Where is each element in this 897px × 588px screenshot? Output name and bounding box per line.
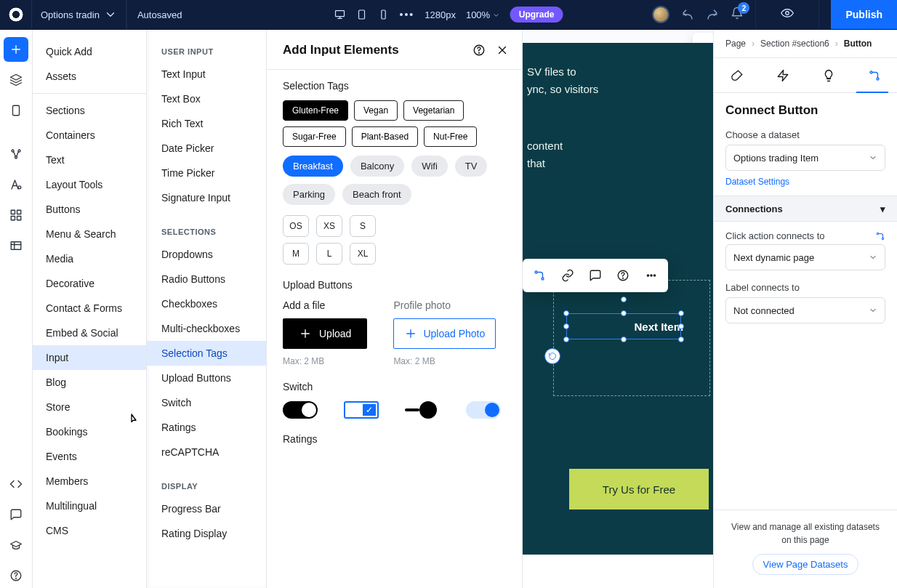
tab-interactions[interactable]: [768, 69, 798, 82]
tag-option[interactable]: Plant-Based: [352, 126, 418, 147]
section-text-input[interactable]: Text Input: [147, 62, 266, 86]
section-signature-input[interactable]: Signature Input: [147, 185, 266, 210]
tag-option[interactable]: Balcony: [350, 156, 404, 177]
category-containers[interactable]: Containers: [33, 123, 146, 148]
connections-accordion[interactable]: Connections ▾: [714, 196, 897, 222]
rail-comments-button[interactable]: [4, 502, 28, 527]
site-switcher[interactable]: Options tradin: [32, 0, 126, 29]
breadcrumb-item[interactable]: Page: [725, 39, 746, 49]
data-connect-icon[interactable]: [875, 231, 885, 241]
category-members[interactable]: Members: [33, 469, 146, 494]
resize-handle[interactable]: [621, 297, 627, 302]
category-embed-social[interactable]: Embed & Social: [33, 321, 146, 345]
category-layout-tools[interactable]: Layout Tools: [33, 172, 146, 197]
switch-variant[interactable]: [466, 401, 501, 419]
close-icon[interactable]: [496, 44, 509, 57]
cta-button[interactable]: Try Us for Free: [569, 469, 709, 510]
label-connects-select[interactable]: Not connected: [725, 297, 885, 323]
toolbar-comment-button[interactable]: [583, 263, 608, 288]
resize-handle[interactable]: [563, 310, 569, 316]
category-text[interactable]: Text: [33, 148, 146, 172]
switch-variant[interactable]: [283, 401, 318, 419]
section-selection-tags[interactable]: Selection Tags: [147, 341, 266, 366]
category-blog[interactable]: Blog: [33, 370, 146, 395]
click-action-select[interactable]: Next dynamic page: [725, 244, 885, 270]
tab-seo[interactable]: [813, 69, 844, 82]
resize-handle[interactable]: [678, 323, 684, 329]
section-dropdowns[interactable]: Dropdowns: [147, 242, 266, 267]
canvas-section[interactable]: SV files to ync, so visitors content tha…: [523, 43, 713, 409]
tag-option[interactable]: Nut-Free: [424, 126, 477, 147]
section-text-box[interactable]: Text Box: [147, 86, 266, 111]
toolbar-more-button[interactable]: [639, 263, 664, 288]
resize-handle[interactable]: [621, 310, 627, 316]
section-ratings[interactable]: Ratings: [147, 415, 266, 440]
undo-icon[interactable]: [681, 8, 694, 21]
tag-option[interactable]: Breakfast: [283, 156, 343, 177]
dataset-select[interactable]: Options trading Item: [725, 145, 885, 171]
category-assets[interactable]: Assets: [33, 64, 146, 89]
rail-layers-button[interactable]: [4, 68, 28, 92]
selection-box[interactable]: Next Item: [566, 313, 681, 339]
breadcrumb-item[interactable]: Section #section6: [760, 39, 829, 49]
category-buttons[interactable]: Buttons: [33, 197, 146, 222]
canvas-width[interactable]: 1280px: [425, 9, 456, 20]
notifications-button[interactable]: 2: [731, 7, 744, 23]
upload-button[interactable]: Upload: [283, 318, 367, 349]
rail-pages-button[interactable]: [4, 98, 28, 123]
resize-handle[interactable]: [563, 337, 569, 342]
breadcrumb-item[interactable]: Button: [844, 39, 872, 49]
category-contact-forms[interactable]: Contact & Forms: [33, 296, 146, 321]
switch-variant[interactable]: [405, 401, 440, 419]
section-progress-bar[interactable]: Progress Bar: [147, 496, 266, 521]
tag-option[interactable]: Vegan: [354, 100, 398, 121]
avatar[interactable]: [652, 6, 669, 23]
section-upload-buttons[interactable]: Upload Buttons: [147, 366, 266, 390]
section-switch[interactable]: Switch: [147, 390, 266, 415]
category-sections[interactable]: Sections: [33, 98, 146, 123]
editor-canvas[interactable]: SV files to ync, so visitors content tha…: [523, 30, 713, 588]
publish-button[interactable]: Publish: [831, 0, 897, 29]
tag-option[interactable]: Parking: [283, 184, 335, 205]
toolbar-connect-data-button[interactable]: [527, 263, 552, 288]
toolbar-help-button[interactable]: [611, 263, 635, 288]
app-logo[interactable]: [0, 0, 32, 29]
category-decorative[interactable]: Decorative: [33, 271, 146, 296]
category-cms[interactable]: CMS: [33, 518, 146, 543]
view-page-datasets-button[interactable]: View Page Datasets: [752, 554, 859, 575]
tag-option[interactable]: Vegetarian: [403, 100, 464, 121]
switch-variant[interactable]: ✓: [344, 401, 379, 419]
tag-option[interactable]: Sugar-Free: [283, 126, 346, 147]
redo-icon[interactable]: [706, 8, 719, 21]
rail-apps-button[interactable]: [4, 203, 28, 227]
section-time-picker[interactable]: Time Picker: [147, 161, 266, 185]
tag-option[interactable]: Beach front: [342, 184, 411, 205]
tag-option[interactable]: XL: [350, 243, 376, 265]
desktop-icon[interactable]: [334, 9, 346, 20]
rail-add-button[interactable]: [4, 37, 28, 62]
tag-option[interactable]: Wifi: [411, 156, 448, 177]
rail-theme-button[interactable]: [4, 172, 28, 197]
section-date-picker[interactable]: Date Picker: [147, 136, 266, 161]
section-recaptcha[interactable]: reCAPTCHA: [147, 440, 266, 464]
section-multi-checkboxes[interactable]: Multi-checkboxes: [147, 316, 266, 341]
tag-option[interactable]: TV: [455, 156, 488, 177]
help-icon[interactable]: [472, 44, 486, 57]
rail-code-button[interactable]: [4, 472, 28, 496]
tab-design[interactable]: [722, 69, 752, 82]
toolbar-link-button[interactable]: [555, 263, 580, 288]
resize-handle[interactable]: [678, 310, 684, 316]
tag-option[interactable]: XS: [316, 215, 342, 237]
tag-option[interactable]: Gluten-Free: [283, 100, 348, 121]
preview-button[interactable]: [768, 7, 807, 23]
category-events[interactable]: Events: [33, 444, 146, 469]
tag-option[interactable]: M: [283, 243, 309, 265]
more-breakpoints-icon[interactable]: •••: [400, 9, 415, 20]
rail-site-structure-button[interactable]: [4, 142, 28, 166]
tag-option[interactable]: L: [316, 243, 342, 265]
section-radio-buttons[interactable]: Radio Buttons: [147, 267, 266, 291]
resize-handle[interactable]: [563, 323, 569, 329]
section-checkboxes[interactable]: Checkboxes: [147, 291, 266, 316]
zoom-level[interactable]: 100%: [466, 9, 500, 20]
rail-cms-button[interactable]: [4, 233, 28, 258]
